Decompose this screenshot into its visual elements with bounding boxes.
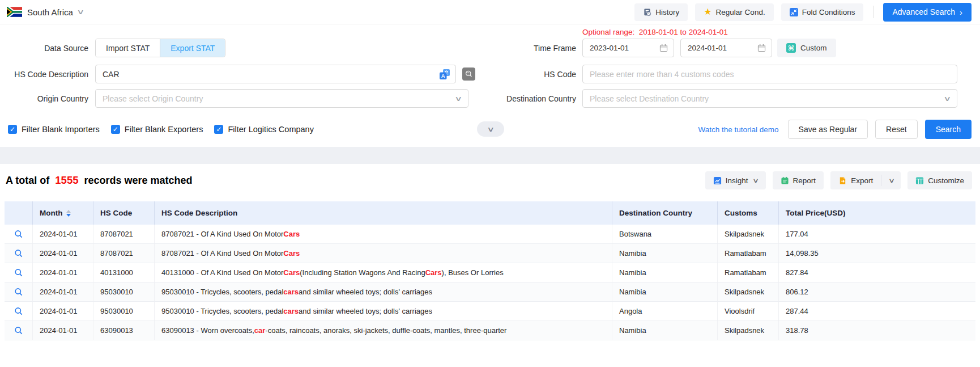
header-cell-detail (5, 201, 33, 225)
results-table: Month HS Code HS Code Description Destin… (5, 201, 975, 340)
total-count: 1555 (55, 174, 78, 187)
regular-cond-button[interactable]: ★ Regular Cond. (695, 3, 773, 21)
section-divider (0, 147, 980, 164)
export-dropdown-button[interactable]: ∨ (881, 171, 901, 189)
custom-range-button[interactable]: ⌘ Custom (777, 39, 836, 57)
exact-match-icon[interactable] (462, 68, 475, 81)
calendar-icon (659, 44, 668, 52)
results-bar: A total of 1555 records were matched Ins… (0, 171, 980, 190)
row-detail-magnifier-icon[interactable] (14, 268, 23, 277)
row-hs-code: 87087021 (93, 244, 155, 263)
row-price: 806.12 (779, 282, 975, 301)
fold-conditions-label: Fold Conditions (802, 8, 855, 16)
custom-label: Custom (800, 44, 827, 52)
export-button[interactable]: Export (830, 171, 881, 189)
table-row: 2024-01-01 87087021 87087021 - Of A Kind… (5, 244, 975, 263)
row-description: 63090013 - Worn overcoats, car-coats, ra… (155, 321, 612, 340)
date-to-value: 2024-01-01 (688, 44, 727, 52)
hs-description-input[interactable]: CAR A (95, 65, 456, 83)
hs-code-input[interactable]: Please enter more than 4 customs codes (582, 65, 957, 83)
row-destination: Namibia (612, 282, 718, 301)
row-month: 2024-01-01 (33, 302, 93, 320)
time-frame-label: Time Frame (475, 44, 576, 53)
row-price: 287.44 (779, 302, 975, 320)
table-row: 2024-01-01 95030010 95030010 - Tricycles… (5, 302, 975, 321)
sort-desc-caret (66, 214, 71, 217)
row-hs-code: 40131000 (93, 263, 155, 282)
search-button[interactable]: Search (925, 120, 972, 139)
origin-country-select[interactable]: Please select Origin Country ∨ (95, 89, 468, 108)
row-customs: Ramatlabam (718, 244, 779, 263)
history-icon (643, 8, 651, 16)
data-source-toggle: Import STAT Export STAT (95, 39, 225, 57)
row-hs-code: 87087021 (93, 225, 155, 243)
insight-icon (713, 176, 722, 185)
row-price: 14,098.35 (779, 244, 975, 263)
table-row: 2024-01-01 87087021 87087021 - Of A Kind… (5, 225, 975, 244)
row-price: 827.84 (779, 263, 975, 282)
table-row: 2024-01-01 63090013 63090013 - Worn over… (5, 321, 975, 340)
chevron-down-icon: ∨ (455, 95, 463, 103)
row-month: 2024-01-01 (33, 263, 93, 282)
row-detail-magnifier-icon[interactable] (14, 288, 23, 297)
chevron-down-icon: ∨ (76, 8, 84, 16)
row-month: 2024-01-01 (33, 282, 93, 301)
calendar-icon (757, 44, 766, 52)
reset-button[interactable]: Reset (875, 120, 918, 139)
header-cell-month[interactable]: Month (33, 201, 93, 225)
row-destination: Botswana (612, 225, 718, 243)
translate-icon[interactable]: A (439, 69, 450, 80)
hs-code-label: HS Code (475, 70, 576, 79)
row-destination: Namibia (612, 263, 718, 282)
chevron-down-icon: ∨ (752, 177, 759, 184)
report-button[interactable]: Report (773, 171, 824, 189)
tab-export-stat[interactable]: Export STAT (160, 39, 225, 57)
date-to-input[interactable]: 2024-01-01 (680, 39, 772, 57)
save-as-regular-button[interactable]: Save as Regular (788, 120, 868, 139)
south-africa-flag-icon (7, 7, 22, 17)
insight-label: Insight (726, 176, 748, 185)
header-cell-total-price: Total Price(USD) (779, 201, 975, 225)
tutorial-demo-link[interactable]: Watch the tutorial demo (698, 125, 778, 134)
origin-placeholder: Please select Origin Country (103, 94, 203, 103)
checkbox-label: Filter Logitics Company (228, 125, 314, 134)
checkbox-checked-icon: ✓ (111, 125, 120, 134)
row-detail-magnifier-icon[interactable] (14, 326, 23, 335)
hs-desc-label: HS Code Description (0, 70, 88, 79)
optional-range-note: Optional range: 2018-01-01 to 2024-01-01 (582, 28, 728, 36)
checkbox-filter-blank-exporters[interactable]: ✓ Filter Blank Exporters (111, 125, 203, 134)
fold-icon (790, 8, 798, 16)
checkbox-filter-logitics-company[interactable]: ✓ Filter Logitics Company (214, 125, 314, 134)
row-detail-magnifier-icon[interactable] (14, 249, 23, 258)
insight-button[interactable]: Insight ∨ (705, 171, 766, 189)
destination-country-select[interactable]: Please select Destination Country ∨ (582, 89, 957, 108)
advanced-search-button[interactable]: Advanced Search › (883, 3, 972, 22)
sort-icon[interactable] (66, 210, 71, 217)
fold-conditions-button[interactable]: Fold Conditions (781, 3, 864, 21)
header-cell-destination: Destination Country (612, 201, 718, 225)
arrow-right-icon: › (960, 8, 962, 16)
hs-description-value: CAR (103, 70, 120, 79)
tab-import-stat[interactable]: Import STAT (96, 39, 160, 57)
row-detail-magnifier-icon[interactable] (14, 230, 23, 239)
row-detail-magnifier-icon[interactable] (14, 307, 23, 316)
row-hs-code: 95030010 (93, 302, 155, 320)
checkbox-filter-blank-importers[interactable]: ✓ Filter Blank Importers (8, 125, 100, 134)
results-summary: A total of 1555 records were matched (6, 174, 193, 187)
row-month: 2024-01-01 (33, 321, 93, 340)
row-description: 40131000 - Of A Kind Used On Motor Cars … (155, 263, 612, 282)
checkbox-checked-icon: ✓ (8, 125, 17, 134)
table-row: 2024-01-01 40131000 40131000 - Of A Kind… (5, 263, 975, 282)
collapse-form-button[interactable]: ∨ (477, 121, 504, 137)
date-from-input[interactable]: 2023-01-01 (582, 39, 674, 57)
export-label: Export (851, 176, 873, 185)
star-icon: ★ (704, 7, 711, 16)
history-button[interactable]: History (634, 3, 688, 21)
total-suffix: records were matched (84, 175, 192, 187)
customize-label: Customize (928, 176, 964, 185)
table-body: 2024-01-01 87087021 87087021 - Of A Kind… (5, 225, 975, 340)
hs-code-placeholder: Please enter more than 4 customs codes (590, 70, 734, 79)
customize-button[interactable]: Customize (907, 171, 972, 189)
row-description: 87087021 - Of A Kind Used On Motor Cars (155, 225, 612, 243)
country-selector[interactable]: South Africa ∨ (7, 7, 83, 17)
